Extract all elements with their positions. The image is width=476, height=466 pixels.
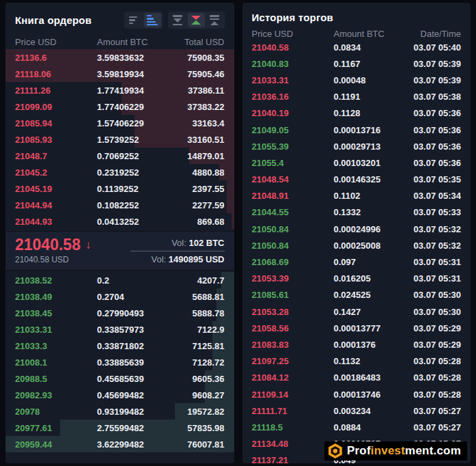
trade-row[interactable]: 21050.840.0002499603.07 05:32 bbox=[242, 221, 471, 237]
order-book-row[interactable]: 21008.10.338856397128.72 bbox=[5, 354, 234, 370]
order-book-row[interactable]: 21044.930.0413252869.68 bbox=[5, 213, 234, 230]
total-cell: 2397.55 bbox=[193, 184, 225, 194]
order-book-row[interactable]: 21038.490.27045688.81 bbox=[5, 288, 234, 305]
trade-row[interactable]: 21048.540.0014632503.07 05:35 bbox=[242, 172, 471, 188]
trade-row[interactable]: 21044.550.133203.07 05:33 bbox=[242, 204, 471, 221]
order-book-row[interactable]: 21085.941.5740622933163.4 bbox=[5, 115, 234, 131]
total-cell: 76007.81 bbox=[187, 439, 224, 450]
price-cell: 21033.31 bbox=[252, 75, 334, 85]
trade-row[interactable]: 21040.830.116703.07 05:39 bbox=[242, 55, 471, 72]
trade-row[interactable]: 21085.610.02452503.07 05:30 bbox=[242, 287, 471, 303]
order-book-row[interactable]: 20982.930.456994829608.27 bbox=[5, 387, 234, 403]
order-book-row[interactable]: 21099.091.7740622937383.22 bbox=[5, 98, 234, 115]
order-book-row[interactable]: 20977.612.7559948257835.98 bbox=[5, 420, 234, 436]
trade-row[interactable]: 21083.830.000137603.07 05:29 bbox=[242, 336, 471, 353]
price-cell: 21038.52 bbox=[15, 275, 97, 286]
total-cell: 9605.36 bbox=[193, 374, 225, 384]
column-price: Price USD bbox=[15, 37, 97, 47]
amount-cell: 0.33857973 bbox=[97, 325, 197, 335]
column-price: Price USD bbox=[252, 29, 334, 39]
view-both-button[interactable] bbox=[188, 13, 205, 27]
amount-cell: 0.33871802 bbox=[97, 341, 193, 351]
order-book-row[interactable]: 21033.310.338579737122.9 bbox=[5, 321, 234, 338]
order-book-toolbar bbox=[124, 12, 225, 29]
total-cell: 37386.11 bbox=[188, 85, 225, 96]
trade-row[interactable]: 21055.40.0010320103.07 05:36 bbox=[242, 154, 471, 171]
view-collapsed-icon bbox=[173, 15, 182, 16]
trade-row[interactable]: 21055.390.0002971303.07 05:36 bbox=[242, 138, 471, 154]
trade-row[interactable]: 21053.280.142703.07 05:30 bbox=[242, 303, 471, 320]
trade-row[interactable]: 21068.690.09703.07 05:31 bbox=[242, 253, 471, 270]
trade-row[interactable]: 21097.250.113203.07 05:28 bbox=[242, 353, 471, 370]
total-cell: 7122.9 bbox=[197, 325, 225, 335]
trade-row[interactable]: 21036.160.119103.07 05:38 bbox=[242, 89, 471, 105]
view-collapsed-button[interactable] bbox=[169, 13, 186, 27]
price-cell: 21055.4 bbox=[252, 158, 334, 168]
last-price: 21040.58 ↓ bbox=[15, 237, 91, 253]
trade-row[interactable]: 21053.390.01620503.07 05:31 bbox=[242, 271, 471, 287]
order-book-panel: Книга ордеров bbox=[5, 3, 234, 463]
list-plain-button[interactable] bbox=[126, 13, 143, 27]
order-book-row[interactable]: 209780.9319948219572.82 bbox=[5, 403, 234, 420]
order-book-row[interactable]: 21033.30.338718027125.81 bbox=[5, 338, 234, 354]
amount-cell: 0.1167 bbox=[334, 59, 414, 69]
trade-row[interactable]: 21118.50.088403.07 05:27 bbox=[242, 419, 471, 435]
price-cell: 21118.06 bbox=[15, 69, 97, 79]
price-cell: 21085.61 bbox=[252, 290, 334, 300]
order-book-row[interactable]: 21048.70.706925214879.01 bbox=[5, 148, 234, 164]
order-book-row[interactable]: 21118.063.5981993475905.46 bbox=[5, 66, 234, 82]
price-cell: 21050.84 bbox=[252, 241, 334, 251]
trade-row[interactable]: 21058.560.0001377703.07 05:29 bbox=[242, 320, 471, 336]
order-book-row[interactable]: 21038.520.24207.7 bbox=[5, 272, 234, 288]
trade-row[interactable]: 21049.050.0001371603.07 05:36 bbox=[242, 122, 471, 138]
price-cell: 21053.28 bbox=[252, 307, 334, 317]
amount-cell: 0.7069252 bbox=[97, 151, 187, 161]
datetime-cell: 03.07 05:36 bbox=[414, 141, 461, 152]
total-cell: 4207.7 bbox=[197, 275, 225, 286]
trade-row[interactable]: 21050.840.0002500803.07 05:32 bbox=[242, 237, 471, 253]
order-book-row[interactable]: 21111.261.7741993437386.11 bbox=[5, 82, 234, 98]
amount-cell: 0.1427 bbox=[334, 307, 414, 317]
amount-cell: 0.1082252 bbox=[97, 200, 193, 210]
datetime-cell: 03.07 05:27 bbox=[414, 422, 461, 433]
amount-cell: 0.45699482 bbox=[97, 390, 193, 400]
list-depth-icon bbox=[147, 15, 152, 16]
price-cell: 21058.56 bbox=[252, 323, 334, 333]
list-depth-button[interactable] bbox=[144, 13, 161, 27]
datetime-cell: 03.07 05:38 bbox=[414, 92, 461, 102]
total-cell: 2277.59 bbox=[193, 200, 225, 210]
order-book-row[interactable]: 21038.450.279904935888.78 bbox=[5, 305, 234, 321]
order-book-row[interactable]: 21085.931.573925233160.51 bbox=[5, 131, 234, 148]
trade-row[interactable]: 21084.120.0018648303.07 05:28 bbox=[242, 370, 471, 386]
order-book-row[interactable]: 21045.20.23192524880.88 bbox=[5, 164, 234, 180]
price-cell: 21099.09 bbox=[15, 102, 97, 112]
price-down-arrow-icon: ↓ bbox=[85, 239, 92, 251]
total-cell: 19572.82 bbox=[187, 407, 224, 417]
amount-cell: 0.00013716 bbox=[334, 125, 414, 135]
trade-row[interactable]: 21040.190.112803.07 05:36 bbox=[242, 105, 471, 122]
order-book-row[interactable]: 21044.940.10822522277.59 bbox=[5, 197, 234, 213]
view-asks-button[interactable] bbox=[206, 13, 223, 27]
trade-history-title: История торгов bbox=[252, 12, 333, 23]
trade-row[interactable]: 21040.580.083403.07 05:40 bbox=[242, 39, 471, 55]
order-book-row[interactable]: 20959.443.6229948276007.81 bbox=[5, 436, 234, 452]
datetime-cell: 03.07 05:34 bbox=[414, 191, 461, 201]
price-cell: 21008.1 bbox=[15, 357, 97, 368]
order-book-row[interactable]: 21136.63.5983363275908.35 bbox=[5, 49, 234, 66]
datetime-cell: 03.07 05:28 bbox=[414, 372, 461, 383]
order-book-row[interactable]: 20988.50.456856399605.36 bbox=[5, 370, 234, 387]
trade-row[interactable]: 21033.310.0004803.07 05:39 bbox=[242, 72, 471, 88]
price-cell: 21134.48 bbox=[252, 439, 334, 449]
datetime-cell: 03.07 05:32 bbox=[414, 241, 461, 251]
trade-row[interactable]: 21111.710.00323403.07 05:27 bbox=[242, 402, 471, 419]
last-price-ticker: 21040.58 ↓ 21040.58 USD Vol: 102 BTC Vol… bbox=[5, 231, 234, 271]
price-cell: 21068.69 bbox=[252, 257, 334, 267]
order-book-row[interactable]: 21045.190.11392522397.55 bbox=[5, 180, 234, 197]
price-cell: 20982.93 bbox=[15, 390, 97, 400]
amount-cell: 0.003234 bbox=[334, 406, 414, 416]
bids-list: 21038.520.24207.721038.490.27045688.8121… bbox=[5, 272, 234, 452]
amount-cell: 0.27990493 bbox=[97, 308, 193, 318]
trade-row[interactable]: 21048.910.110203.07 05:34 bbox=[242, 188, 471, 204]
trade-row[interactable]: 21109.140.0001374603.07 05:28 bbox=[242, 386, 471, 402]
price-cell: 21111.71 bbox=[252, 406, 334, 416]
